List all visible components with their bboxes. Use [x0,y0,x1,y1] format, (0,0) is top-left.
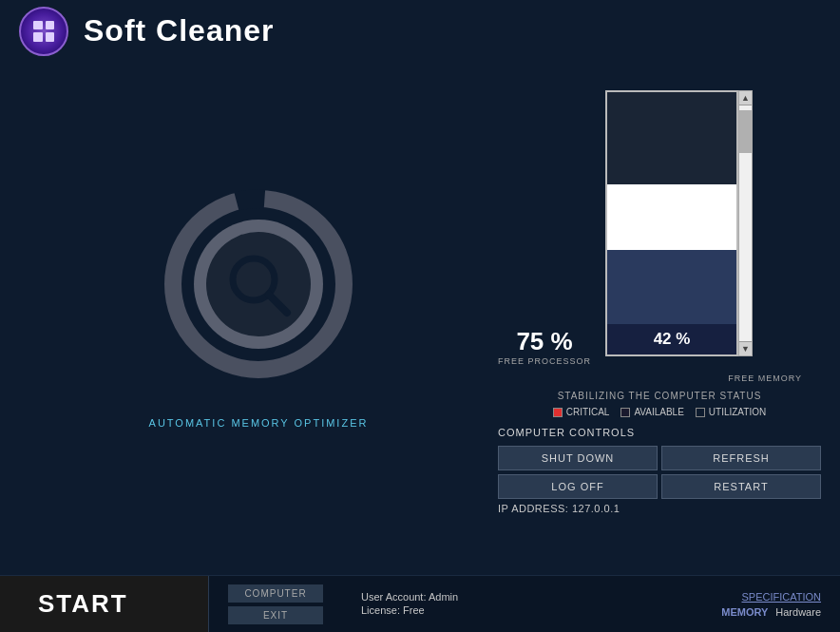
chart-segment-dark-top [607,92,736,184]
license-label: License: Free [361,604,683,616]
app-logo [19,7,68,56]
legend-utilization-label: UTILIZATION [709,407,766,417]
optimizer-svg [163,189,353,379]
stabilizing-title: STABILIZING THE COMPUTER STATUS [498,391,821,401]
legend-available-label: AVAILABLE [634,407,683,417]
memory-label: FREE MEMORY [728,373,802,383]
scrollbar-track [739,105,752,341]
legend-utilization: UTILIZATION [696,407,766,417]
legend-critical-box [553,408,563,417]
processor-label: FREE PROCESSOR [498,356,591,366]
controls-grid: SHUT DOWN REFRESH LOG OFF RESTART [498,446,821,499]
legend-available-box [620,408,630,417]
chart-segment-white [607,184,736,250]
legend-utilization-box [696,408,705,417]
bottom-tabs: MEMORY Hardware [721,606,821,618]
processor-section: 75 % FREE PROCESSOR [498,327,591,366]
memory-chart: 42 % [605,90,738,356]
bottom-bar: START COMPUTER EXIT User Account: Admin … [0,575,840,632]
memory-value: 42 % [654,330,691,348]
legend-critical: CRITICAL [553,407,610,417]
tab-memory[interactable]: MEMORY [721,606,768,618]
log-off-button[interactable]: LOG OFF [498,474,658,499]
user-account-label: User Account: Admin [361,591,683,603]
optimizer-circle [163,189,353,379]
exit-button[interactable]: EXIT [228,606,323,624]
logo-grid [33,21,54,42]
chart-scrollbar[interactable]: ▲ ▼ [738,90,753,356]
bottom-right: SPECIFICATION MEMORY Hardware [702,591,840,618]
refresh-button[interactable]: REFRESH [661,446,821,470]
legend-critical-label: CRITICAL [566,407,610,417]
scrollbar-down-arrow[interactable]: ▼ [739,341,752,355]
computer-button[interactable]: COMPUTER [228,584,323,603]
controls-section: COMPUTER CONTROLS SHUT DOWN REFRESH LOG … [498,427,821,514]
svg-point-3 [206,232,311,336]
logo-grid-cell [46,32,55,42]
processor-value: 75 % [516,327,572,356]
optimizer-label: AUTOMATIC MEMORY OPTIMIZER [149,417,369,429]
scrollbar-up-arrow[interactable]: ▲ [739,91,752,105]
stabilizing-section: STABILIZING THE COMPUTER STATUS CRITICAL… [498,391,821,417]
legend-row: CRITICAL AVAILABLE UTILIZATION [498,407,821,417]
logo-grid-cell [33,32,43,42]
app-title: Soft Cleaner [84,13,274,48]
memory-pct-badge: 42 % [607,324,736,354]
ip-address: IP ADDRESS: 127.0.0.1 [498,503,821,514]
controls-title: COMPUTER CONTROLS [498,427,821,438]
app-header: Soft Cleaner [0,0,840,62]
memory-chart-area: 42 % ▲ ▼ [605,90,753,366]
specification-link[interactable]: SPECIFICATION [741,591,821,603]
bottom-info: User Account: Admin License: Free [342,591,702,618]
restart-button[interactable]: RESTART [661,474,821,499]
start-button[interactable]: START [0,576,209,632]
shut-down-button[interactable]: SHUT DOWN [498,446,658,470]
logo-grid-cell [33,21,43,30]
main-content: AUTOMATIC MEMORY OPTIMIZER 75 % FREE PRO… [0,62,840,575]
bottom-mid-controls: COMPUTER EXIT [209,584,342,624]
tab-hardware[interactable]: Hardware [775,606,821,618]
scrollbar-thumb[interactable] [739,110,752,153]
right-section: 75 % FREE PROCESSOR 42 % [498,71,821,565]
legend-available: AVAILABLE [620,407,683,417]
logo-grid-cell [46,21,55,30]
left-section: AUTOMATIC MEMORY OPTIMIZER [19,71,498,565]
